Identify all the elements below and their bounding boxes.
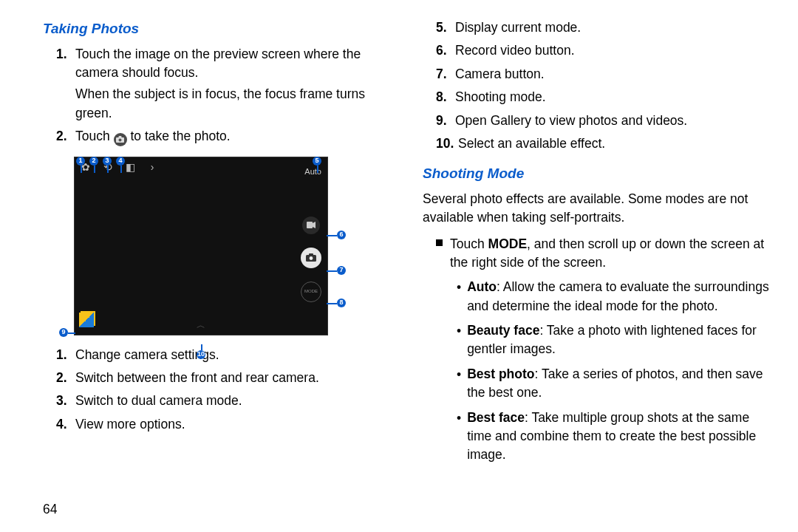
step-1: 1. Touch the image on the preview screen…: [56, 45, 396, 123]
callout-2: 2: [89, 157, 98, 166]
gallery-thumbnail-icon: [79, 313, 94, 327]
mode-beauty-name: Beauty face: [467, 323, 539, 338]
legend-a-1: 1.Change camera settings.: [56, 346, 396, 364]
mode-button: MODE: [301, 282, 321, 302]
bullet-icon: •: [457, 322, 461, 359]
bullet-icon: •: [457, 366, 461, 403]
legend-b-9-text: Open Gallery to view photos and videos.: [455, 112, 776, 130]
legend-a-4-text: View more options.: [75, 415, 396, 434]
callout-8: 8: [337, 299, 346, 307]
camera-ui-diagram: 1 2 3 4 5 ✿ ⟲ ◧ › Auto: [65, 157, 361, 335]
legend-b-7-num: 7.: [436, 65, 455, 83]
legend-a-4: 4.View more options.: [56, 415, 396, 434]
current-mode-label: Auto: [304, 166, 321, 178]
legend-a-2-num: 2.: [56, 369, 75, 387]
chevron-up-icon: ︿: [197, 319, 205, 332]
square-bullet-icon: [436, 239, 443, 246]
legend-a-3-text: Switch to dual camera mode.: [75, 392, 396, 410]
legend-a-4-num: 4.: [56, 415, 75, 434]
legend-b-7-text: Camera button.: [455, 65, 776, 83]
step-2-pre: Touch: [75, 129, 114, 143]
mode-best-photo-name: Best photo: [467, 366, 534, 381]
legend-b-6: 6.Record video button.: [436, 41, 776, 60]
callout-4: 4: [116, 157, 125, 166]
callout-1: 1: [76, 157, 85, 166]
camera-shutter-icon: [114, 133, 127, 146]
camera-button-icon: [301, 248, 321, 268]
bullet-icon: •: [457, 279, 461, 316]
callout-10: 10: [197, 350, 205, 359]
mode-auto: •Auto: Allow the camera to evaluate the …: [457, 278, 776, 316]
mode-best-face-name: Best face: [467, 410, 525, 425]
legend-b-9-num: 9.: [436, 112, 455, 130]
legend-a-3-num: 3.: [56, 392, 75, 410]
step-1-extra: When the subject is in focus, the focus …: [75, 85, 396, 123]
svg-rect-1: [119, 136, 122, 138]
legend-a-3: 3.Switch to dual camera mode.: [56, 392, 396, 410]
callout-9: 9: [59, 328, 68, 337]
svg-point-6: [310, 256, 313, 260]
step-2: 2. Touch to take the photo.: [56, 127, 396, 146]
shooting-mode-intro: Several photo effects are available. Som…: [423, 190, 776, 228]
legend-b-10-num: 10.: [436, 134, 458, 153]
legend-b-8-num: 8.: [436, 88, 455, 106]
camera-preview-screen: ✿ ⟲ ◧ › Auto MODE ︿: [74, 157, 328, 335]
bullet-icon: •: [457, 409, 461, 465]
legend-a-2: 2.Switch between the front and rear came…: [56, 369, 396, 387]
legend-b-8: 8.Shooting mode.: [436, 88, 776, 106]
page-number: 64: [43, 500, 57, 519]
mode-beauty-face: •Beauty face: Take a photo with lightene…: [457, 321, 776, 359]
legend-a-1-num: 1.: [56, 346, 75, 364]
legend-b-5: 5.Display current mode.: [436, 18, 776, 37]
legend-b-5-text: Display current mode.: [455, 18, 776, 37]
mode-auto-desc: : Allow the camera to evaluate the surro…: [467, 279, 769, 313]
mode-best-face: •Best face: Take multiple group shots at…: [457, 409, 776, 465]
step-1-text: Touch the image on the preview screen wh…: [75, 47, 361, 80]
touch-mode-pre: Touch: [450, 236, 488, 251]
callout-5: 5: [313, 157, 321, 166]
heading-taking-photos: Taking Photos: [43, 18, 396, 39]
legend-b-9: 9.Open Gallery to view photos and videos…: [436, 112, 776, 130]
step-2-post: to take the photo.: [130, 129, 230, 143]
more-options-icon: ›: [146, 162, 159, 174]
svg-rect-3: [307, 222, 313, 228]
dual-camera-icon: ◧: [123, 162, 137, 174]
step-1-num: 1.: [56, 45, 75, 123]
svg-rect-5: [309, 253, 313, 256]
legend-b-10-text: Select an available effect.: [458, 134, 776, 153]
callout-3: 3: [103, 157, 112, 166]
legend-b-5-num: 5.: [436, 18, 455, 37]
callout-7: 7: [337, 266, 346, 275]
step-2-num: 2.: [56, 127, 75, 146]
svg-point-2: [119, 139, 122, 142]
mode-auto-name: Auto: [467, 279, 497, 294]
legend-b-8-text: Shooting mode.: [455, 88, 776, 106]
record-video-icon: [302, 216, 320, 234]
legend-b-10: 10.Select an available effect.: [436, 134, 776, 153]
legend-b-6-num: 6.: [436, 41, 455, 60]
touch-mode-bold: MODE: [488, 236, 528, 251]
heading-shooting-mode: Shooting Mode: [423, 163, 776, 184]
touch-mode-instruction: Touch MODE, and then scroll up or down t…: [436, 235, 776, 273]
legend-b-6-text: Record video button.: [455, 41, 776, 60]
legend-a-2-text: Switch between the front and rear camera…: [75, 369, 396, 387]
mode-best-photo: •Best photo: Take a series of photos, an…: [457, 365, 776, 403]
legend-a-1-text: Change camera settings.: [75, 346, 396, 364]
legend-b-7: 7.Camera button.: [436, 65, 776, 83]
callout-6: 6: [337, 231, 346, 239]
